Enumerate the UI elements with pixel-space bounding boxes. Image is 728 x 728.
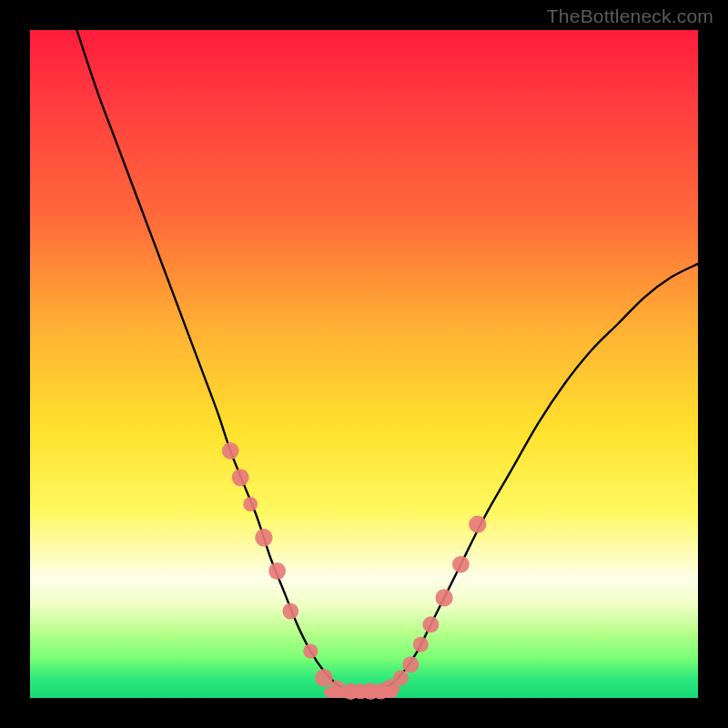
marker-point [315, 669, 333, 687]
chart-svg [30, 30, 698, 698]
marker-point [268, 562, 286, 580]
marker-point [255, 529, 272, 546]
marker-group [222, 442, 487, 700]
marker-point [303, 644, 318, 659]
chart-stage: TheBottleneck.com [0, 0, 728, 728]
marker-point [243, 497, 258, 511]
marker-point [393, 671, 409, 686]
plot-area [30, 30, 698, 698]
marker-point [232, 469, 249, 486]
bottom-highlight [324, 687, 398, 698]
marker-point [402, 656, 419, 672]
marker-point [222, 442, 239, 460]
marker-point [413, 637, 429, 652]
marker-point [469, 516, 486, 533]
marker-point [282, 603, 298, 620]
marker-point [452, 556, 470, 573]
marker-point [422, 616, 439, 632]
marker-point [436, 589, 453, 606]
bottleneck-curve [76, 30, 698, 692]
watermark-text: TheBottleneck.com [547, 5, 713, 27]
